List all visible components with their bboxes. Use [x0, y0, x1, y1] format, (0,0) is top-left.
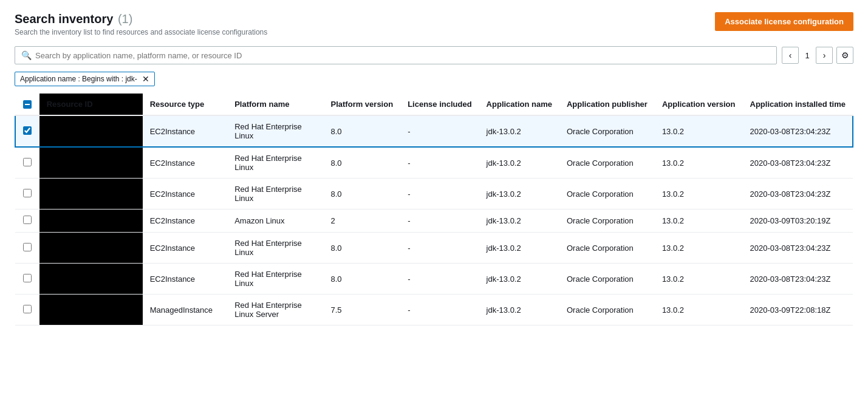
row-resource-id[interactable]: REDACTED [39, 295, 143, 325]
select-all-header [15, 94, 39, 115]
row-app-installed-time: 2020-03-08T23:04:23Z [743, 179, 853, 210]
row-app-publisher: Oracle Corporation [559, 210, 655, 233]
row-resource-id[interactable]: REDACTED [39, 147, 143, 179]
row-app-installed-time: 2020-03-09T03:20:19Z [743, 210, 853, 233]
title-block: Search inventory (1) Search the inventor… [15, 12, 267, 36]
inventory-table: Resource ID Resource type Platform name … [15, 94, 853, 325]
row-app-version: 13.0.2 [655, 295, 743, 325]
row-resource-id[interactable]: REDACTED [39, 115, 143, 147]
col-header-app-name-label: Application name [487, 100, 552, 109]
row-platform-name: Red Hat Enterprise Linux Server [227, 295, 323, 325]
col-header-app-publisher-label: Application publisher [567, 100, 648, 109]
col-header-app-name: Application name [479, 94, 559, 115]
col-header-platform-version: Platform version [324, 94, 401, 115]
row-resource-type: EC2Instance [143, 210, 228, 233]
row-checkbox-cell [15, 147, 39, 179]
row-checkbox-cell [15, 295, 39, 325]
row-resource-type: EC2Instance [143, 179, 228, 210]
table-row: REDACTEDEC2InstanceRed Hat Enterprise Li… [15, 115, 853, 147]
table-header: Resource ID Resource type Platform name … [15, 94, 853, 115]
filter-tag-remove-0[interactable]: ✕ [142, 75, 149, 83]
row-app-installed-time: 2020-03-08T23:04:23Z [743, 147, 853, 179]
row-license-included: - [400, 295, 479, 325]
row-resource-id[interactable]: REDACTED [39, 210, 143, 233]
indeterminate-checkbox[interactable] [23, 100, 32, 109]
row-checkbox-0[interactable] [23, 126, 32, 135]
row-app-publisher: Oracle Corporation [559, 264, 655, 295]
search-input[interactable] [35, 51, 770, 60]
col-header-license-included-label: License included [408, 100, 471, 109]
row-checkbox-3[interactable] [23, 216, 32, 224]
row-app-version: 13.0.2 [655, 147, 743, 179]
row-checkbox-cell [15, 115, 39, 147]
row-checkbox-cell [15, 179, 39, 210]
page-number: 1 [802, 51, 812, 60]
row-platform-name: Red Hat Enterprise Linux [227, 179, 323, 210]
col-header-platform-name: Platform name [227, 94, 323, 115]
row-license-included: - [400, 210, 479, 233]
row-resource-type: ManagedInstance [143, 295, 228, 325]
row-app-installed-time: 2020-03-09T22:08:18Z [743, 295, 853, 325]
page-title-line: Search inventory (1) [15, 12, 267, 26]
row-app-publisher: Oracle Corporation [559, 147, 655, 179]
row-app-publisher: Oracle Corporation [559, 233, 655, 264]
row-platform-version: 7.5 [324, 295, 401, 325]
col-header-app-installed-label: Application installed time [750, 100, 846, 109]
col-header-resource-id: Resource ID [39, 94, 143, 115]
row-app-installed-time: 2020-03-08T23:04:23Z [743, 233, 853, 264]
row-platform-name: Red Hat Enterprise Linux [227, 264, 323, 295]
row-checkbox-2[interactable] [23, 189, 32, 197]
row-checkbox-1[interactable] [23, 158, 32, 166]
row-checkbox-6[interactable] [23, 305, 32, 313]
row-app-name: jdk-13.0.2 [479, 295, 559, 325]
row-resource-id[interactable]: REDACTED [39, 233, 143, 264]
row-resource-id[interactable]: REDACTED [39, 179, 143, 210]
row-app-installed-time: 2020-03-08T23:04:23Z [743, 115, 853, 147]
row-app-publisher: Oracle Corporation [559, 295, 655, 325]
row-platform-name: Red Hat Enterprise Linux [227, 147, 323, 179]
search-row: 🔍 ‹ 1 › ⚙ [15, 46, 853, 64]
row-license-included: - [400, 115, 479, 147]
filter-tag-label-0: Application name : Begins with : jdk- [20, 75, 137, 83]
row-app-name: jdk-13.0.2 [479, 179, 559, 210]
search-icon: 🔍 [21, 50, 32, 60]
row-resource-type: EC2Instance [143, 115, 228, 147]
associate-license-button[interactable]: Associate license configuration [715, 12, 853, 31]
row-checkbox-cell [15, 264, 39, 295]
row-app-version: 13.0.2 [655, 179, 743, 210]
row-app-version: 13.0.2 [655, 210, 743, 233]
col-header-app-version-label: Application version [662, 100, 736, 109]
row-app-name: jdk-13.0.2 [479, 115, 559, 147]
prev-page-button[interactable]: ‹ [782, 47, 799, 64]
pagination-controls: ‹ 1 › ⚙ [782, 47, 853, 64]
row-checkbox-4[interactable] [23, 243, 32, 251]
row-app-publisher: Oracle Corporation [559, 179, 655, 210]
header-checkbox-container[interactable] [20, 100, 35, 109]
row-checkbox-cell [15, 233, 39, 264]
row-app-name: jdk-13.0.2 [479, 233, 559, 264]
row-app-version: 13.0.2 [655, 233, 743, 264]
row-license-included: - [400, 264, 479, 295]
row-app-version: 13.0.2 [655, 264, 743, 295]
table-row: REDACTEDEC2InstanceRed Hat Enterprise Li… [15, 264, 853, 295]
col-header-app-installed: Application installed time [743, 94, 853, 115]
table-row: REDACTEDEC2InstanceAmazon Linux2-jdk-13.… [15, 210, 853, 233]
table-row: REDACTEDManagedInstanceRed Hat Enterpris… [15, 295, 853, 325]
row-app-publisher: Oracle Corporation [559, 115, 655, 147]
col-header-app-publisher: Application publisher [559, 94, 655, 115]
page-title: Search inventory [15, 12, 113, 26]
row-platform-name: Red Hat Enterprise Linux [227, 233, 323, 264]
row-license-included: - [400, 147, 479, 179]
settings-button[interactable]: ⚙ [836, 47, 853, 64]
row-platform-version: 8.0 [324, 264, 401, 295]
row-checkbox-5[interactable] [23, 274, 32, 282]
row-platform-name: Red Hat Enterprise Linux [227, 115, 323, 147]
table-container: Resource ID Resource type Platform name … [15, 94, 853, 325]
row-resource-type: EC2Instance [143, 233, 228, 264]
row-checkbox-cell [15, 210, 39, 233]
table-row: REDACTEDEC2InstanceRed Hat Enterprise Li… [15, 147, 853, 179]
row-resource-id[interactable]: REDACTED [39, 264, 143, 295]
next-page-button[interactable]: › [816, 47, 833, 64]
row-app-name: jdk-13.0.2 [479, 147, 559, 179]
row-app-version: 13.0.2 [655, 115, 743, 147]
